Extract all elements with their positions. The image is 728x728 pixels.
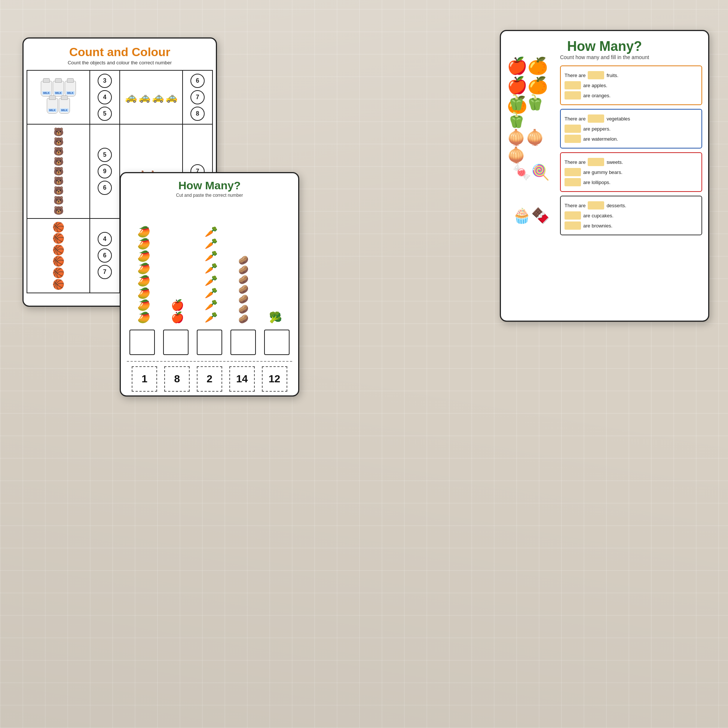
answer-box-5[interactable] [264, 330, 289, 355]
tile-2[interactable]: 2 [197, 366, 222, 392]
fruits-row-3: are oranges. [564, 91, 698, 99]
fruits-row-2: are apples. [564, 81, 698, 89]
basketball-cell: 🏀🏀 🏀🏀 🏀🏀 [27, 219, 90, 294]
vegetables-box: There are vegetables are peppers. are wa… [560, 109, 702, 148]
cars-cell: 🚕 🚕 🚕 🚕 [120, 71, 183, 125]
milk-cell: MILK MILK MILK MILK MILK [27, 71, 90, 125]
bears-cell: 🐻🐻🐻 🐻🐻🐻 🐻🐻🐻 [27, 125, 90, 219]
blank-cupcakes[interactable] [564, 211, 581, 220]
section-sweets: 🍬🍭 There are sweets. are gummy bears. ar… [507, 152, 702, 192]
answer-box-4[interactable] [231, 330, 256, 355]
vegetables-image: 🫑🫑🫑🧅🧅🧅 [507, 110, 555, 147]
desserts-row-3: are brownies. [564, 222, 698, 230]
blank-lollipops[interactable] [564, 178, 581, 186]
right-title: How Many? [505, 38, 704, 54]
answer-boxes-row [121, 327, 298, 358]
left-title: Count and Colour [27, 45, 212, 59]
veg-row-1: There are vegetables [564, 115, 698, 123]
answer-box-2[interactable] [163, 330, 188, 355]
number-tiles-row: 1 8 2 14 12 [127, 366, 292, 392]
blank-brownies[interactable] [564, 222, 581, 230]
veg-row-2: are peppers. [564, 125, 698, 133]
fruits-row-1: There are fruits. [564, 71, 698, 79]
blank-desserts-total[interactable] [588, 201, 604, 210]
mango-col: 🥭 🥭 🥭 🥭 🥭 🥭 🥭 🥭 [137, 226, 150, 324]
blank-sweets-total[interactable] [588, 158, 604, 166]
blank-peppers[interactable] [564, 125, 581, 133]
milk-numbers: 3 4 5 [90, 71, 120, 125]
worksheet-how-many-fill: How Many? Count how many and fill in the… [500, 30, 709, 322]
blank-apples[interactable] [564, 81, 581, 89]
desserts-box: There are desserts. are cupcakes. are br… [560, 196, 702, 235]
apple-col: 🍎 🍎 [171, 300, 184, 324]
bears-numbers: 5 9 6 [90, 125, 120, 219]
center-title: How Many? [125, 179, 294, 192]
sweets-image: 🍬🍭 [507, 153, 555, 191]
worksheet-how-many-cut: How Many? Cut and paste the correct numb… [120, 172, 299, 396]
cut-line: 1 8 2 14 12 [127, 361, 292, 396]
tile-14[interactable]: 14 [229, 366, 255, 392]
blank-fruits-total[interactable] [588, 71, 604, 79]
blank-watermelon[interactable] [564, 135, 581, 143]
fruits-box: There are fruits. are apples. are orange… [560, 66, 702, 105]
section-vegetables: 🫑🫑🫑🧅🧅🧅 There are vegetables are peppers.… [507, 109, 702, 148]
center-title-block: How Many? Cut and paste the correct numb… [121, 173, 298, 199]
answer-box-1[interactable] [130, 330, 155, 355]
blank-veg-total[interactable] [588, 115, 604, 123]
center-subtitle: Cut and paste the correct number [125, 193, 294, 198]
answer-box-3[interactable] [197, 330, 222, 355]
veg-row-3: are watermelon. [564, 135, 698, 143]
desserts-row-1: There are desserts. [564, 201, 698, 210]
sweets-row-3: are lollipops. [564, 178, 698, 186]
cars-numbers: 6 7 8 [183, 71, 213, 125]
blank-gummy[interactable] [564, 168, 581, 176]
broccoli-col: 🥦 [269, 312, 282, 324]
tile-12[interactable]: 12 [262, 366, 287, 392]
sweets-row-1: There are sweets. [564, 158, 698, 166]
sweets-box: There are sweets. are gummy bears. are l… [560, 152, 702, 192]
left-subtitle: Count the objects and colour the correct… [27, 60, 212, 66]
sweets-row-2: are gummy bears. [564, 168, 698, 176]
food-columns: 🥭 🥭 🥭 🥭 🥭 🥭 🥭 🥭 🍎 🍎 🥕 🥕 🥕 🥕 🥕 🥕 🥕 🥕 [121, 199, 298, 327]
tile-1[interactable]: 1 [132, 366, 157, 392]
carrot-col: 🥕 🥕 🥕 🥕 🥕 🥕 🥕 🥕 [205, 226, 218, 324]
left-title-block: Count and Colour Count the objects and c… [24, 38, 216, 67]
basketball-numbers: 4 6 7 [90, 219, 120, 294]
desserts-row-2: are cupcakes. [564, 211, 698, 220]
tile-8[interactable]: 8 [164, 366, 190, 392]
potato-col: 🥔 🥔 🥔 🥔 🥔 🥔 🥔 [238, 256, 248, 324]
desserts-image: 🧁🍫 [507, 197, 555, 234]
section-desserts: 🧁🍫 There are desserts. are cupcakes. are… [507, 196, 702, 235]
blank-oranges[interactable] [564, 91, 581, 99]
